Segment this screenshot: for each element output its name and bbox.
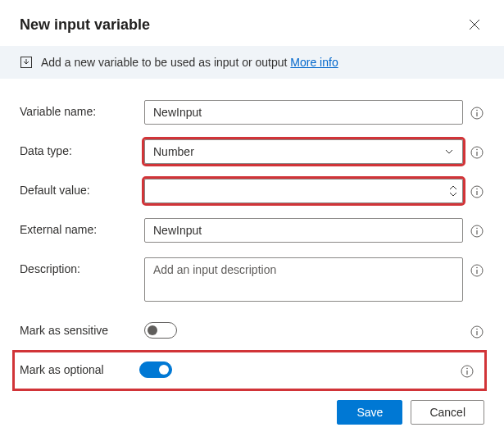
spinner-down-button[interactable]	[447, 191, 459, 198]
dialog-title: New input variable	[20, 16, 150, 34]
toggle-knob	[148, 325, 157, 335]
data-type-label: Data type:	[20, 139, 138, 157]
info-icon[interactable]	[470, 145, 484, 160]
default-value-input[interactable]	[144, 179, 463, 203]
info-icon[interactable]	[470, 325, 484, 339]
variable-name-input[interactable]	[144, 100, 463, 125]
description-textarea[interactable]	[144, 257, 463, 302]
info-banner: Add a new variable to be used as input o…	[0, 46, 504, 79]
svg-point-19	[476, 329, 478, 330]
info-icon[interactable]	[460, 364, 474, 379]
chevron-down-icon	[444, 147, 454, 157]
dialog-footer: Save Cancel	[337, 400, 484, 425]
data-type-row: Data type: Number	[20, 139, 484, 164]
description-row: Description:	[20, 257, 484, 304]
more-info-link[interactable]: More info	[290, 56, 338, 69]
variable-name-label: Variable name:	[20, 100, 138, 118]
mark-sensitive-toggle[interactable]	[144, 322, 177, 339]
default-value-row: Default value:	[20, 179, 484, 203]
info-icon[interactable]	[470, 224, 484, 239]
cancel-button[interactable]: Cancel	[411, 400, 484, 425]
svg-point-10	[476, 189, 478, 190]
default-value-label: Default value:	[20, 179, 138, 197]
data-type-value: Number	[153, 145, 194, 158]
data-type-select[interactable]: Number	[144, 139, 463, 164]
external-name-label: External name:	[20, 218, 138, 236]
description-label: Description:	[20, 257, 138, 275]
info-icon[interactable]	[470, 184, 484, 199]
variable-name-row: Variable name:	[20, 100, 484, 125]
close-button[interactable]	[465, 15, 484, 34]
download-variable-icon	[20, 56, 33, 69]
svg-point-22	[466, 368, 468, 370]
spinner-buttons	[447, 184, 459, 198]
mark-optional-toggle[interactable]	[139, 361, 172, 378]
dialog-header: New input variable	[20, 0, 484, 46]
mark-sensitive-label: Mark as sensitive	[20, 319, 138, 337]
svg-point-4	[476, 110, 478, 111]
close-icon	[469, 19, 480, 30]
svg-point-13	[476, 228, 478, 230]
spinner-up-button[interactable]	[447, 184, 459, 191]
info-icon[interactable]	[470, 106, 484, 120]
svg-point-7	[476, 149, 478, 151]
mark-optional-row: Mark as optional	[15, 352, 484, 389]
mark-optional-label: Mark as optional	[15, 358, 133, 376]
info-icon[interactable]	[470, 263, 484, 278]
new-input-variable-dialog: New input variable Add a new variable to…	[0, 0, 504, 441]
toggle-knob	[159, 365, 169, 375]
mark-sensitive-row: Mark as sensitive	[20, 319, 484, 341]
external-name-row: External name:	[20, 218, 484, 243]
save-button[interactable]: Save	[337, 400, 402, 425]
external-name-input[interactable]	[144, 218, 463, 243]
banner-text: Add a new variable to be used as input o…	[41, 56, 338, 69]
svg-point-16	[476, 267, 478, 269]
